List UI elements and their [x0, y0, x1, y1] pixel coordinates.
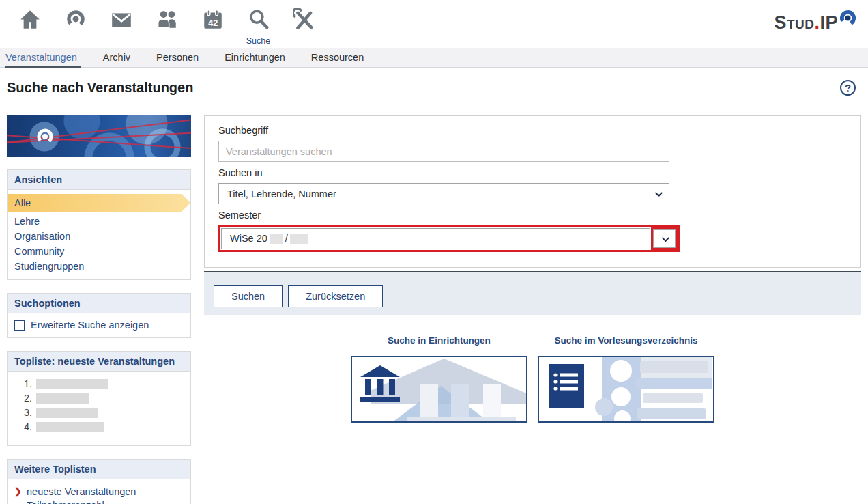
tools-button[interactable]	[281, 8, 327, 34]
catalog-list-icon	[549, 364, 584, 410]
redacted-course-name	[36, 393, 89, 404]
redacted-year	[290, 234, 308, 244]
search-icon	[247, 8, 270, 34]
help-icon[interactable]: ?	[840, 80, 856, 96]
course-catalog-search-label: Suche im Vorlesungsverzeichnis	[538, 335, 714, 346]
main-content: Suchbegriff Suchen in Titel, Lehrende, N…	[204, 115, 861, 504]
toplist-entry[interactable]: 2.	[17, 393, 185, 404]
studip-logo: Stud.IP	[774, 8, 857, 32]
toplist-widget: Topliste: neueste Veranstaltungen 1. 2. …	[7, 351, 191, 446]
view-item-lehre[interactable]: Lehre	[8, 214, 190, 229]
community-button[interactable]	[144, 8, 190, 34]
search-term-input[interactable]	[218, 141, 669, 162]
semester-select[interactable]: WiSe 20/	[221, 228, 650, 249]
studip-spiral-icon	[64, 8, 87, 34]
view-item-alle[interactable]: Alle	[8, 194, 190, 212]
home-button[interactable]	[7, 8, 53, 34]
sidebar-banner-image	[7, 115, 191, 157]
banner-spiral-icon	[35, 127, 55, 149]
view-item-organisation[interactable]: Organisation	[8, 229, 190, 244]
search-form: Suchbegriff Suchen in Titel, Lehrende, N…	[204, 115, 861, 268]
form-footer: Suchen Zurücksetzen	[204, 271, 861, 315]
institute-building-icon	[360, 365, 400, 405]
views-widget-title: Ansichten	[8, 170, 190, 190]
search-toolbar-label: Suche	[246, 36, 270, 46]
search-in-select[interactable]: Titel, Lehrende, Nummer	[218, 183, 669, 204]
advanced-search-checkbox[interactable]	[14, 320, 25, 331]
more-toplists-widget: Weitere Toplisten ❯ neueste Veranstaltun…	[7, 459, 191, 504]
main-toolbar: 42 Suche Stud.IP	[0, 0, 868, 48]
tab-einrichtungen[interactable]: Einrichtungen	[212, 48, 298, 66]
course-catalog-search-card[interactable]	[538, 356, 714, 423]
calendar-icon: 42	[201, 8, 225, 34]
people-icon	[156, 8, 179, 34]
studip-logo-swirl-icon	[839, 9, 857, 30]
institutes-search-card[interactable]	[351, 356, 527, 423]
logo-text-suffix: IP	[820, 12, 838, 33]
tools-icon	[293, 8, 316, 34]
toplist-link-neueste[interactable]: ❯ neueste Veranstaltungen	[14, 485, 184, 499]
search-shortcuts: Suche in Einrichtungen Suche im	[204, 335, 861, 423]
view-item-community[interactable]: Community	[8, 244, 190, 259]
advanced-search-label: Erweiterte Suche anzeigen	[31, 320, 149, 331]
svg-text:42: 42	[208, 18, 218, 28]
toplist-link-teilnehmeranzahl[interactable]: Teilnehmeranzahl	[14, 499, 184, 504]
search-options-widget: Suchoptionen Erweiterte Suche anzeigen	[7, 293, 191, 338]
toplist-entry[interactable]: 3.	[17, 407, 185, 418]
courses-button[interactable]	[53, 8, 98, 34]
home-icon	[18, 8, 42, 34]
tab-personen[interactable]: Personen	[143, 48, 212, 66]
logo-text-prefix: Stud	[774, 12, 814, 33]
redacted-course-name	[36, 379, 108, 389]
chevron-down-icon	[655, 188, 663, 196]
toplist-title: Topliste: neueste Veranstaltungen	[8, 352, 190, 372]
messages-button[interactable]	[98, 8, 144, 34]
reset-button[interactable]: Zurücksetzen	[288, 285, 383, 307]
sidebar: Ansichten Alle Lehre Organisation Commun…	[7, 115, 191, 504]
search-button-toolbar[interactable]: Suche	[235, 8, 281, 46]
page-title: Suche nach Veranstaltungen	[7, 80, 193, 96]
toplist-entry[interactable]: 1.	[17, 378, 185, 389]
search-submit-button[interactable]: Suchen	[214, 285, 283, 307]
mail-icon	[110, 8, 133, 34]
semester-dropdown-arrow[interactable]	[653, 229, 676, 248]
semester-annotation-box: WiSe 20/	[218, 225, 680, 252]
chevron-down-icon	[661, 234, 669, 241]
search-options-title: Suchoptionen	[8, 294, 190, 313]
toplist-entry[interactable]: 4.	[17, 421, 185, 432]
tab-veranstaltungen[interactable]: Veranstaltungen	[5, 48, 90, 66]
advanced-search-toggle[interactable]: Erweiterte Suche anzeigen	[8, 313, 190, 337]
semester-dropdown-arrow-annotation	[651, 227, 678, 250]
redacted-year	[270, 234, 283, 244]
institutes-search-label: Suche in Einrichtungen	[351, 335, 527, 346]
search-term-label: Suchbegriff	[218, 125, 847, 136]
view-item-studiengruppen[interactable]: Studiengruppen	[8, 259, 190, 274]
more-toplists-title: Weitere Toplisten	[8, 460, 190, 479]
selected-chevron-icon: ❯	[14, 485, 27, 499]
calendar-button[interactable]: 42	[190, 8, 235, 34]
semester-selected-value: WiSe 20/	[230, 233, 310, 244]
semester-label: Semester	[218, 210, 847, 221]
views-widget: Ansichten Alle Lehre Organisation Commun…	[7, 169, 191, 280]
redacted-course-name	[36, 408, 98, 418]
section-tabbar: Veranstaltungen Archiv Personen Einricht…	[0, 48, 868, 68]
tab-ressourcen[interactable]: Ressourcen	[298, 48, 377, 66]
search-in-selected-value: Titel, Lehrende, Nummer	[227, 188, 336, 199]
redacted-course-name	[36, 422, 104, 432]
search-in-label: Suchen in	[218, 167, 847, 178]
tab-archiv[interactable]: Archiv	[90, 48, 143, 66]
